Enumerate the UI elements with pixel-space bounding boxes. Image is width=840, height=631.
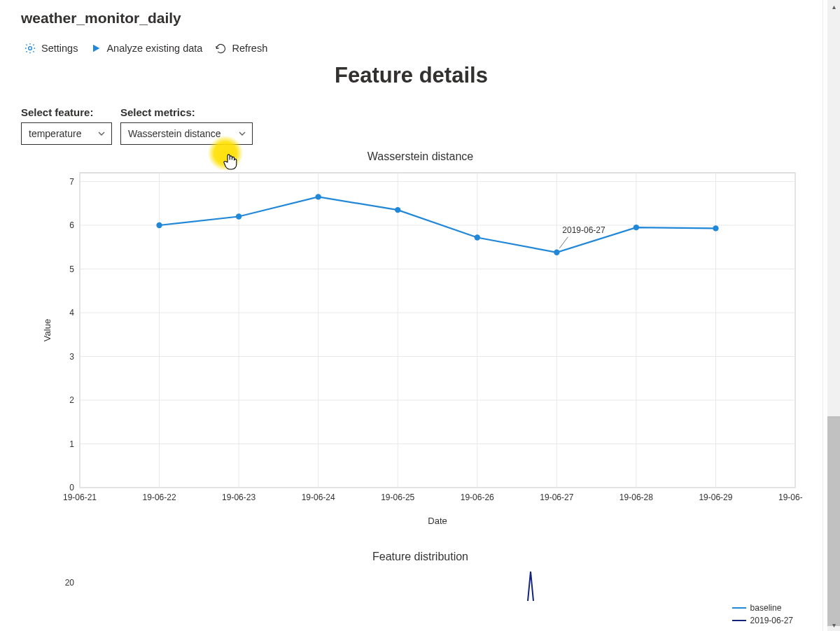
toolbar: Settings Analyze existing data Refresh	[0, 32, 822, 62]
svg-text:19-06-29: 19-06-29	[699, 492, 732, 502]
svg-text:Date: Date	[428, 516, 447, 526]
analyze-label: Analyze existing data	[106, 43, 202, 54]
refresh-icon	[215, 43, 227, 55]
refresh-label: Refresh	[232, 43, 267, 54]
settings-button[interactable]: Settings	[24, 42, 78, 55]
legend: baseline 2019-06-27	[732, 603, 793, 628]
svg-point-41	[236, 213, 241, 219]
metrics-label: Select metrics:	[120, 106, 253, 118]
svg-text:0: 0	[69, 483, 74, 492]
svg-point-43	[395, 207, 400, 213]
refresh-button[interactable]: Refresh	[215, 43, 267, 55]
svg-text:19-06-24: 19-06-24	[302, 492, 335, 502]
svg-point-47	[713, 225, 718, 231]
svg-text:19-06-26: 19-06-26	[461, 492, 494, 502]
svg-point-44	[475, 234, 480, 240]
metrics-value: Wasserstein distance	[128, 128, 221, 139]
legend-label: baseline	[750, 603, 782, 613]
settings-label: Settings	[41, 43, 78, 54]
svg-line-49	[559, 237, 568, 248]
svg-text:20: 20	[65, 578, 75, 588]
metrics-select[interactable]: Wasserstein distance	[120, 122, 253, 145]
page-title: weather_monitor_daily	[21, 10, 802, 27]
svg-point-45	[554, 250, 559, 255]
chevron-down-icon	[97, 129, 106, 138]
section-title: Feature details	[21, 63, 802, 88]
svg-text:6: 6	[69, 220, 74, 230]
svg-text:19-06-28: 19-06-28	[620, 492, 653, 502]
svg-text:19-06-21: 19-06-21	[63, 492, 97, 502]
chart2-title: Feature distribution	[39, 551, 802, 563]
chart-title: Wasserstein distance	[39, 150, 802, 163]
play-icon	[90, 43, 102, 54]
svg-text:19-06-27: 19-06-27	[540, 492, 573, 502]
svg-point-42	[315, 194, 321, 199]
legend-item-date: 2019-06-27	[732, 616, 793, 625]
legend-label: 2019-06-27	[750, 616, 793, 625]
svg-text:19-06-25: 19-06-25	[381, 492, 414, 502]
chevron-down-icon	[238, 129, 246, 138]
svg-rect-1	[80, 173, 795, 488]
legend-item-baseline: baseline	[732, 603, 793, 613]
scroll-up-icon[interactable]: ▴	[827, 0, 840, 13]
analyze-button[interactable]: Analyze existing data	[90, 43, 202, 54]
svg-text:19-06-22: 19-06-22	[143, 492, 176, 502]
svg-text:19-06-23: 19-06-23	[222, 492, 255, 502]
legend-swatch	[732, 607, 746, 609]
scroll-down-icon[interactable]: ▾	[827, 618, 840, 631]
svg-text:7: 7	[69, 177, 74, 187]
feature-value: temperature	[29, 128, 81, 139]
svg-text:19-06-30: 19-06-30	[778, 492, 802, 502]
gear-icon	[24, 42, 36, 55]
svg-point-40	[156, 222, 162, 228]
svg-point-0	[29, 47, 32, 50]
svg-text:2019-06-27: 2019-06-27	[562, 225, 606, 235]
scroll-thumb[interactable]	[827, 416, 840, 626]
svg-text:1: 1	[69, 439, 74, 449]
legend-swatch	[732, 620, 746, 621]
svg-text:Value: Value	[42, 319, 52, 341]
svg-text:4: 4	[69, 308, 74, 318]
feature-select[interactable]: temperature	[21, 122, 112, 145]
vertical-scrollbar[interactable]: ▴ ▾	[827, 0, 840, 631]
feature-label: Select feature:	[21, 106, 112, 118]
svg-text:2: 2	[69, 395, 74, 405]
wasserstein-chart: 0123456719-06-2119-06-2219-06-2319-06-24…	[39, 166, 802, 530]
svg-text:5: 5	[69, 264, 74, 274]
distribution-chart: 20	[39, 566, 802, 601]
svg-point-46	[634, 225, 639, 230]
svg-text:3: 3	[69, 352, 74, 362]
